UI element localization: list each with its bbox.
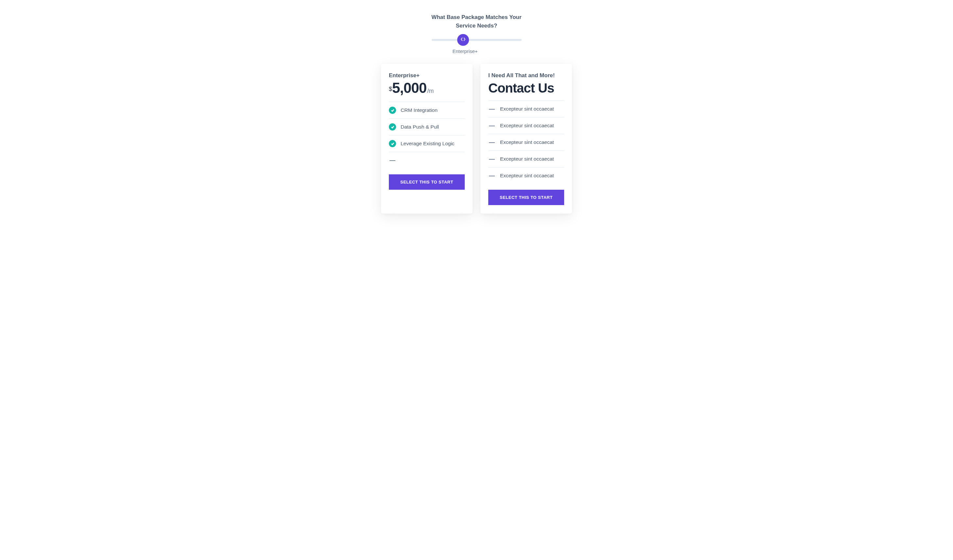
select-button[interactable]: SELECT THIS TO START: [488, 190, 564, 205]
price-currency: $: [389, 86, 392, 93]
feature-item: — Excepteur sint occaecat: [488, 167, 564, 184]
feature-item: — Excepteur sint occaecat: [488, 101, 564, 117]
feature-text: Excepteur sint occaecat: [500, 156, 554, 162]
slider-track[interactable]: [432, 39, 522, 41]
slider-handle[interactable]: [457, 34, 469, 46]
feature-item: CRM Integration: [389, 102, 465, 118]
slider-section: Enterprise+: [313, 39, 640, 54]
feature-text: Data Push & Pull: [400, 124, 439, 130]
feature-item: — Excepteur sint occaecat: [488, 150, 564, 167]
feature-text: Leverage Existing Logic: [400, 141, 455, 147]
feature-text: CRM Integration: [400, 107, 438, 113]
check-icon: [389, 107, 396, 114]
feature-item: — Excepteur sint occaecat: [488, 134, 564, 150]
slider-grip-icon: [461, 37, 466, 43]
card-title: I Need All That and More!: [488, 72, 564, 79]
pricing-card-enterprise: Enterprise+ $ 5,000 /m CRM Integration D…: [381, 64, 473, 214]
select-button[interactable]: SELECT THIS TO START: [389, 174, 465, 190]
pricing-card-contact: I Need All That and More! Contact Us — E…: [480, 64, 572, 214]
feature-item: — Excepteur sint occaecat: [488, 117, 564, 134]
pricing-cards: Enterprise+ $ 5,000 /m CRM Integration D…: [313, 64, 640, 214]
dash-icon: —: [389, 157, 396, 164]
feature-text: Excepteur sint occaecat: [500, 123, 554, 129]
price-period: /m: [427, 88, 434, 95]
page-heading: What Base Package Matches Your Service N…: [431, 13, 522, 30]
feature-text: Excepteur sint occaecat: [500, 106, 554, 112]
feature-list: — Excepteur sint occaecat — Excepteur si…: [488, 101, 564, 184]
price-value: 5,000: [392, 81, 427, 95]
feature-text: Excepteur sint occaecat: [500, 140, 554, 145]
slider-label: Enterprise+: [452, 48, 478, 54]
check-icon: [389, 123, 396, 130]
feature-text: Excepteur sint occaecat: [500, 173, 554, 178]
pricing-container: What Base Package Matches Your Service N…: [313, 13, 640, 214]
feature-item: Leverage Existing Logic: [389, 135, 465, 152]
feature-item: Data Push & Pull: [389, 118, 465, 135]
dash-icon: —: [488, 122, 495, 129]
dash-icon: —: [488, 139, 495, 146]
dash-icon: —: [488, 105, 495, 113]
dash-icon: —: [488, 155, 495, 163]
feature-list: CRM Integration Data Push & Pull Leverag…: [389, 102, 465, 169]
contact-heading: Contact Us: [488, 81, 564, 95]
feature-item: —: [389, 152, 465, 169]
card-title: Enterprise+: [389, 72, 465, 79]
dash-icon: —: [488, 172, 495, 179]
price-row: $ 5,000 /m: [389, 81, 465, 95]
check-icon: [389, 140, 396, 147]
